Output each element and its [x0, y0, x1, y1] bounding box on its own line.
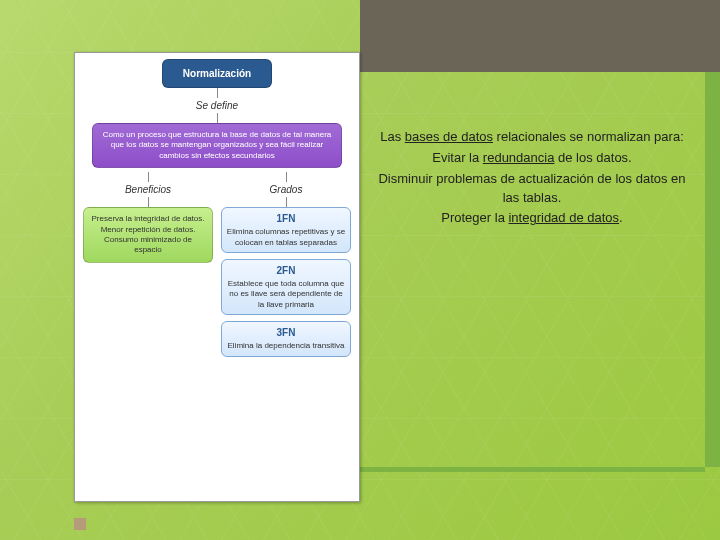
beneficios-node: Preserva la integridad de datos. Menor r… [83, 207, 213, 263]
title-bar [360, 0, 720, 72]
accent-bottom [360, 467, 705, 472]
beneficios-label: Beneficios [123, 182, 173, 197]
form-3fn: 3FN Elimina la dependencia transitiva [221, 321, 351, 356]
definition-node: Como un proceso que estructura la base d… [92, 123, 342, 168]
accent-right [705, 72, 720, 467]
form-desc: Elimina columnas repetitivas y se coloca… [227, 227, 345, 246]
form-title: 1FN [226, 212, 346, 225]
form-desc: Elimina la dependencia transitiva [228, 341, 345, 350]
link-integridad[interactable]: integridad de datos [508, 210, 619, 225]
diagram-root: Normalización [162, 59, 272, 88]
page-marker-icon [74, 518, 86, 530]
content-text: Las bases de datos relacionales se norma… [372, 128, 692, 230]
form-desc: Establece que toda columna que no es lla… [228, 279, 345, 309]
text-line-3: Disminuir problemas de actualización de … [372, 170, 692, 208]
text-line-2: Evitar la redundancia de los datos. [372, 149, 692, 168]
text-line-1: Las bases de datos relacionales se norma… [372, 128, 692, 147]
link-redundancia[interactable]: redundancia [483, 150, 555, 165]
form-title: 2FN [226, 264, 346, 277]
form-2fn: 2FN Establece que toda columna que no es… [221, 259, 351, 315]
text-line-4: Proteger la integridad de datos. [372, 209, 692, 228]
form-1fn: 1FN Elimina columnas repetitivas y se co… [221, 207, 351, 253]
diagram-panel: Normalización Se define Como un proceso … [74, 52, 360, 502]
link-bases-de-datos[interactable]: bases de datos [405, 129, 493, 144]
grados-label: Grados [268, 182, 305, 197]
define-label: Se define [79, 98, 355, 113]
form-title: 3FN [226, 326, 346, 339]
